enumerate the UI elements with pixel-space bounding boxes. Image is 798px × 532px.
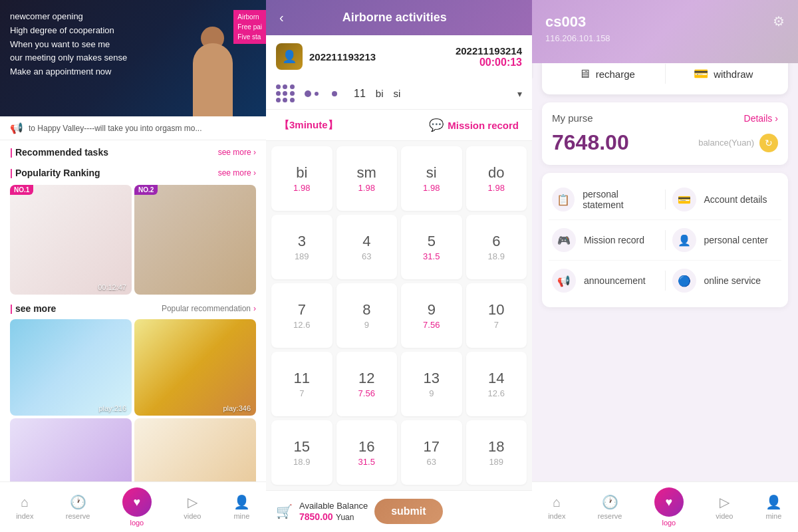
hero-line3: When you want to see me — [10, 38, 127, 52]
left-panel: newcomer opening High degree of cooperat… — [0, 0, 266, 532]
recommended-title: Recommended tasks — [10, 147, 108, 158]
mission-record-btn[interactable]: 💬 Mission record — [429, 118, 519, 132]
nav-index[interactable]: ⌂ index — [16, 495, 33, 520]
num-cell-4[interactable]: do1.98 — [466, 146, 527, 211]
num-sub-6: 63 — [362, 251, 371, 261]
num-sub-7: 31.5 — [423, 251, 440, 261]
personal-center-label: personal center — [704, 235, 769, 245]
number-grid: bi1.98sm1.98si1.98do1.983189463531.5618.… — [266, 141, 532, 490]
nav-video[interactable]: ▷ video — [184, 494, 201, 520]
right-nav-video[interactable]: ▷ video — [716, 494, 733, 520]
num-cell-1[interactable]: bi1.98 — [271, 146, 332, 211]
num-cell-18[interactable]: 1631.5 — [336, 420, 398, 485]
num-sub-5: 189 — [295, 251, 309, 261]
thumb-card-2[interactable]: play:346 — [134, 319, 256, 416]
right-nav-reserve[interactable]: 🕐 reserve — [598, 494, 622, 520]
menu-v-divider-3 — [665, 271, 666, 291]
submit-button[interactable]: submit — [374, 499, 442, 524]
icon-text-si: si — [393, 88, 400, 99]
recharge-btn[interactable]: 🖥 recharge — [549, 64, 665, 84]
thumb-card-1[interactable]: play:216 — [10, 319, 132, 416]
logo-icon: ♥ — [122, 487, 152, 517]
recommended-see-more[interactable]: see more › — [218, 148, 256, 157]
balance-yuan-label: balance(Yuan) — [698, 138, 754, 148]
num-cell-6[interactable]: 463 — [336, 215, 398, 279]
num-cell-12[interactable]: 107 — [466, 283, 527, 348]
num-cell-7[interactable]: 531.5 — [401, 215, 462, 279]
user-id-2: 202211193214 — [456, 45, 522, 57]
gear-icon[interactable]: ⚙ — [773, 13, 785, 29]
withdraw-btn[interactable]: 💳 withdraw — [666, 63, 782, 84]
tag-3min: 【3minute】 — [279, 119, 338, 132]
balance-label: Available Balance — [299, 501, 368, 511]
dropdown-icon[interactable]: ▾ — [517, 88, 522, 99]
recharge-label: recharge — [596, 68, 635, 80]
bottom-bar: 🛒 Available Balance 7850.00 Yuan submit — [266, 490, 532, 532]
thumb-grid: play:216 play:346 — [0, 319, 266, 416]
num-cell-11[interactable]: 97.56 — [401, 283, 462, 348]
num-cell-13[interactable]: 117 — [271, 352, 332, 416]
personal-center-item[interactable]: 👤 personal center — [672, 228, 779, 252]
nav-logo[interactable]: ♥ logo — [122, 487, 152, 527]
online-service-icon: 🔵 — [672, 269, 696, 293]
num-cell-9[interactable]: 712.6 — [271, 283, 332, 348]
home-icon: ⌂ — [21, 495, 29, 510]
online-service-item[interactable]: 🔵 online service — [672, 269, 779, 293]
user-id-1: 202211193213 — [309, 51, 376, 63]
purse-amount: 7648.00 — [552, 130, 629, 155]
clock-icon: 🕐 — [70, 494, 86, 510]
num-sub-17: 18.9 — [293, 457, 310, 467]
purse-details-btn[interactable]: Details › — [744, 113, 778, 124]
num-cell-17[interactable]: 1518.9 — [271, 420, 332, 485]
user-timer: 00:00:13 — [456, 57, 522, 68]
nav-mine[interactable]: 👤 mine — [233, 494, 250, 520]
nav-reserve[interactable]: 🕐 reserve — [66, 494, 90, 520]
num-cell-15[interactable]: 139 — [401, 352, 462, 416]
rank-badge-1: NO.1 — [10, 185, 33, 195]
num-cell-5[interactable]: 3189 — [271, 215, 332, 279]
account-id: cs003 — [545, 13, 785, 31]
popular-rec[interactable]: Popular recommendation › — [162, 304, 256, 313]
right-header: ⚙ cs003 116.206.101.158 — [532, 0, 798, 63]
num-main-18: 16 — [358, 438, 374, 456]
mission-record-item[interactable]: 🎮 Mission record — [552, 228, 658, 252]
nav-mine-label: mine — [233, 512, 249, 520]
user-left: 👤 202211193213 — [276, 43, 376, 70]
num-cell-19[interactable]: 1763 — [401, 420, 462, 485]
see-more-label: see more — [10, 303, 56, 314]
left-bottom-nav: ⌂ index 🕐 reserve ♥ logo ▷ video 👤 mine — [0, 481, 266, 532]
announcement-item[interactable]: 📢 announcement — [552, 269, 658, 293]
rank-time-1: 00:12:47 — [98, 283, 126, 291]
purse-card: My purse Details › 7648.00 balance(Yuan)… — [542, 102, 788, 165]
popularity-header: Popularity Ranking see more › — [0, 161, 266, 182]
num-sub-8: 18.9 — [488, 251, 505, 261]
num-cell-14[interactable]: 127.56 — [336, 352, 398, 416]
personal-statement-item[interactable]: 📋 personal statement — [552, 188, 658, 211]
dot-line-icon — [305, 90, 319, 97]
num-cell-3[interactable]: si1.98 — [401, 146, 462, 211]
num-cell-10[interactable]: 89 — [336, 283, 398, 348]
account-details-item[interactable]: 💳 Account details — [672, 188, 779, 211]
personal-center-icon: 👤 — [672, 228, 696, 252]
right-bottom-nav: ⌂ index 🕐 reserve ♥ logo ▷ video 👤 mine — [532, 481, 798, 532]
num-cell-8[interactable]: 618.9 — [466, 215, 527, 279]
right-nav-mine[interactable]: 👤 mine — [765, 494, 782, 520]
refresh-button[interactable]: ↻ — [759, 134, 778, 152]
rank-card-2[interactable]: NO.2 — [134, 185, 256, 295]
right-nav-logo[interactable]: ♥ logo — [654, 487, 684, 527]
num-cell-2[interactable]: sm1.98 — [336, 146, 398, 211]
num-cell-20[interactable]: 18189 — [466, 420, 527, 485]
num-cell-16[interactable]: 1412.6 — [466, 352, 527, 416]
right-logo-icon: ♥ — [654, 487, 684, 517]
right-home-icon: ⌂ — [553, 495, 561, 510]
icon-bar: 11 bi si ▾ — [266, 78, 532, 110]
airborne-title: Airborne activities — [271, 11, 519, 25]
rank-card-1[interactable]: NO.1 00:12:47 — [10, 185, 132, 295]
ranking-grid: NO.1 00:12:47 NO.2 — [0, 182, 266, 298]
middle-header: ‹ Airborne activities — [266, 0, 532, 35]
account-details-label: Account details — [704, 194, 767, 205]
right-nav-index[interactable]: ⌂ index — [548, 495, 565, 520]
account-details-icon: 💳 — [672, 188, 696, 211]
popularity-see-more[interactable]: see more › — [218, 168, 256, 178]
num-main-2: sm — [357, 164, 376, 182]
